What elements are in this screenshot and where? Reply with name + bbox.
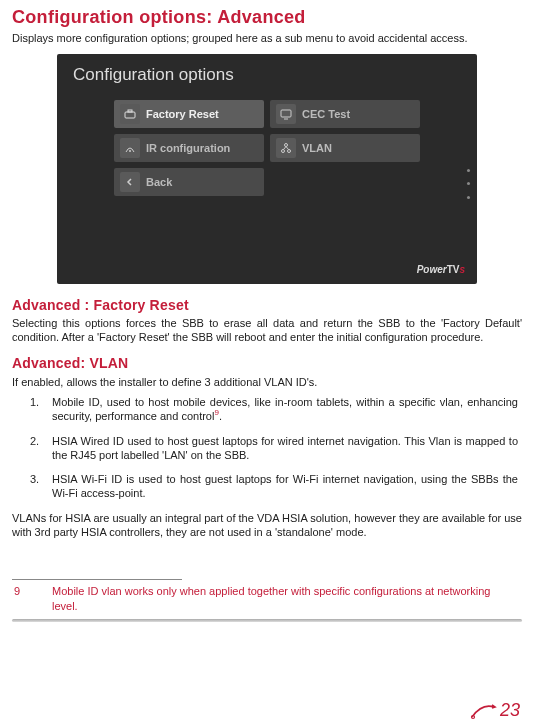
svg-point-4 xyxy=(129,150,131,152)
back-button[interactable]: Back xyxy=(114,168,264,196)
screenshot-container: Configuration options Factory Reset CEC … xyxy=(12,54,522,284)
page-number-ornament: 23 xyxy=(468,699,520,722)
monitor-icon xyxy=(276,104,296,124)
vlan-button[interactable]: VLAN xyxy=(270,134,420,162)
factory-reset-button[interactable]: Factory Reset xyxy=(114,100,264,128)
scroll-indicator xyxy=(467,169,471,199)
chevron-left-icon xyxy=(120,172,140,192)
ir-config-button[interactable]: IR configuration xyxy=(114,134,264,162)
vlan-list: 1. Mobile ID, used to host mobile device… xyxy=(12,395,522,501)
network-icon xyxy=(276,138,296,158)
list-item: 3. HSIA Wi-Fi ID is used to host guest l… xyxy=(12,472,522,501)
swoosh-icon xyxy=(468,699,498,721)
list-item: 1. Mobile ID, used to host mobile device… xyxy=(12,395,522,424)
footer-rule xyxy=(12,619,522,622)
list-number: 2. xyxy=(12,434,52,463)
page-title: Configuration options: Advanced xyxy=(12,6,522,29)
svg-point-7 xyxy=(288,149,291,152)
vlan-intro: If enabled, allows the installer to defi… xyxy=(12,375,522,389)
svg-rect-0 xyxy=(125,112,135,118)
footnote-separator xyxy=(12,579,182,580)
back-label: Back xyxy=(146,175,172,189)
svg-point-6 xyxy=(282,149,285,152)
list-number: 3. xyxy=(12,472,52,501)
svg-line-8 xyxy=(284,146,287,149)
factory-reset-label: Factory Reset xyxy=(146,107,219,121)
list-number: 1. xyxy=(12,395,52,424)
footnote-number: 9 xyxy=(12,584,52,613)
factory-reset-heading: Advanced : Factory Reset xyxy=(12,296,522,314)
list-text: HSIA Wi-Fi ID is used to host guest lapt… xyxy=(52,472,522,501)
svg-point-10 xyxy=(471,716,474,719)
svg-point-5 xyxy=(285,143,288,146)
footnote-text: Mobile ID vlan works only when applied t… xyxy=(52,584,522,613)
vlan-outro: VLANs for HSIA are usually an integral p… xyxy=(12,511,522,540)
cec-test-label: CEC Test xyxy=(302,107,350,121)
vlan-heading: Advanced: VLAN xyxy=(12,354,522,372)
footnote: 9 Mobile ID vlan works only when applied… xyxy=(12,584,522,617)
screenshot-title: Configuration options xyxy=(57,54,477,100)
config-screenshot: Configuration options Factory Reset CEC … xyxy=(57,54,477,284)
powertv-logo: PowerTVs xyxy=(417,263,465,276)
cec-test-button[interactable]: CEC Test xyxy=(270,100,420,128)
list-text: HSIA Wired ID used to host guest laptops… xyxy=(52,434,522,463)
vlan-label: VLAN xyxy=(302,141,332,155)
svg-rect-1 xyxy=(128,110,132,112)
factory-reset-body: Selecting this options forces the SBB to… xyxy=(12,316,522,345)
list-item: 2. HSIA Wired ID used to host guest lapt… xyxy=(12,434,522,463)
briefcase-icon xyxy=(120,104,140,124)
ir-config-label: IR configuration xyxy=(146,141,230,155)
signal-icon xyxy=(120,138,140,158)
svg-line-9 xyxy=(286,146,289,149)
intro-text: Displays more configuration options; gro… xyxy=(12,31,522,45)
page-number: 23 xyxy=(500,699,520,722)
list-text: Mobile ID, used to host mobile devices, … xyxy=(52,395,522,424)
svg-rect-2 xyxy=(281,110,291,117)
